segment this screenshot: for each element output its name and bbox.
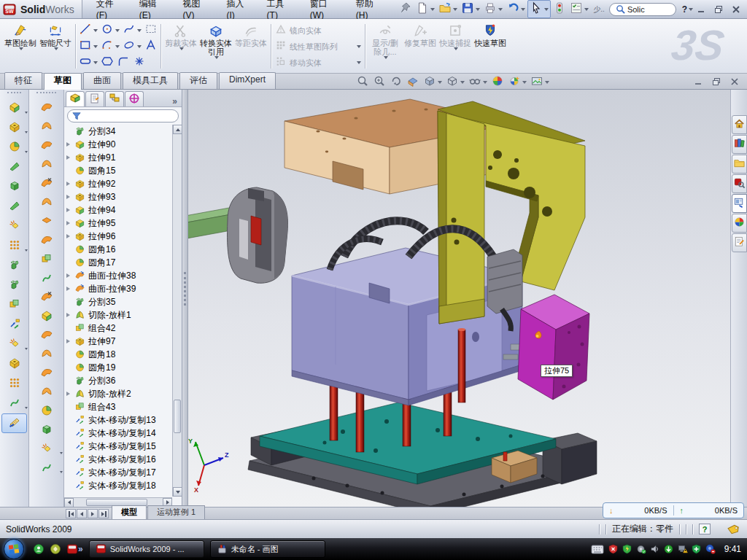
draft-button[interactable] bbox=[0, 197, 28, 217]
tree-vertical-scrollbar[interactable] bbox=[172, 125, 182, 497]
display-delete-relations-button[interactable]: 显示/删除几... bbox=[368, 21, 403, 71]
undo-button[interactable] bbox=[505, 1, 527, 18]
dropdown-caret-icon[interactable] bbox=[476, 8, 480, 11]
dropdown-caret-icon[interactable] bbox=[522, 81, 527, 84]
antivirus-tray-icon[interactable] bbox=[608, 544, 619, 554]
move-copy-body-button[interactable] bbox=[0, 315, 28, 335]
untrim-surface-button[interactable] bbox=[29, 383, 63, 402]
dropdown-caret-icon[interactable] bbox=[19, 47, 23, 50]
new-sketch-button[interactable] bbox=[0, 335, 28, 354]
surface-fillet-button[interactable] bbox=[29, 402, 63, 421]
expand-arrow-icon[interactable] bbox=[66, 273, 72, 278]
dropdown-caret-icon[interactable] bbox=[454, 47, 458, 50]
expand-arrow-icon[interactable] bbox=[66, 155, 72, 160]
expand-arrow-icon[interactable] bbox=[66, 313, 72, 317]
configurationmanager-tab[interactable] bbox=[105, 91, 124, 106]
dropdown-caret-icon[interactable] bbox=[137, 45, 142, 48]
edit-appearance-button[interactable] bbox=[491, 74, 504, 90]
dropdown-caret-icon[interactable] bbox=[137, 29, 142, 32]
ribbon-tab-评估[interactable]: 评估 bbox=[179, 72, 217, 89]
dropdown-caret-icon[interactable] bbox=[60, 452, 63, 454]
new-document-button[interactable] bbox=[414, 1, 436, 18]
doc-restore-button[interactable] bbox=[708, 75, 724, 88]
solidworks-search-tab[interactable] bbox=[732, 174, 747, 193]
print-button[interactable] bbox=[482, 1, 504, 18]
tree-item-body-move-copy-17[interactable]: 实体-移动/复制17 bbox=[66, 466, 172, 479]
tree-item-extrude-94[interactable]: 拉伸94 bbox=[66, 203, 172, 217]
tree-item-body-move-copy-16[interactable]: 实体-移动/复制16 bbox=[66, 453, 172, 466]
download-manager-tray-icon[interactable] bbox=[664, 544, 674, 554]
tree-item-extrude-91[interactable]: 拉伸91 bbox=[66, 151, 172, 164]
offset-surface-button[interactable] bbox=[29, 250, 63, 269]
options-checklist-button[interactable] bbox=[568, 1, 590, 18]
filled-surface-button[interactable] bbox=[29, 231, 63, 250]
instant3d-button[interactable] bbox=[1, 413, 27, 433]
graphics-viewport[interactable]: Y Z X 拉伸75 bbox=[188, 90, 730, 507]
dropdown-caret-icon[interactable] bbox=[25, 112, 28, 114]
search-box[interactable]: Solic bbox=[609, 3, 676, 16]
dropdown-caret-icon[interactable] bbox=[54, 47, 58, 50]
first-tab-button[interactable] bbox=[66, 509, 76, 518]
dropdown-caret-icon[interactable] bbox=[25, 407, 28, 409]
dropdown-caret-icon[interactable] bbox=[460, 81, 465, 84]
tree-item-fillet-19[interactable]: 圆角19 bbox=[66, 361, 172, 374]
plane-button[interactable] bbox=[0, 354, 28, 374]
dropdown-caret-icon[interactable] bbox=[25, 348, 28, 350]
expand-arrow-icon[interactable] bbox=[66, 287, 72, 291]
update-manager-tray-icon[interactable] bbox=[636, 544, 646, 554]
security-center-icon[interactable] bbox=[50, 543, 61, 555]
dropdown-caret-icon[interactable] bbox=[115, 29, 120, 32]
dropdown-caret-icon[interactable] bbox=[521, 8, 525, 11]
dropdown-caret-icon[interactable] bbox=[438, 81, 442, 84]
rebuild-button[interactable] bbox=[551, 1, 568, 18]
ruled-surface-button[interactable] bbox=[29, 326, 63, 345]
tree-item-extrude-93[interactable]: 拉伸93 bbox=[66, 190, 172, 203]
replace-face-button[interactable] bbox=[29, 307, 63, 326]
spline-button[interactable] bbox=[122, 23, 142, 38]
tree-item-extrude-90[interactable]: 拉伸90 bbox=[66, 138, 172, 151]
tree-vscroll-thumb[interactable] bbox=[174, 400, 181, 433]
propertymanager-tab[interactable] bbox=[85, 91, 104, 106]
linear-sketch-pattern-button[interactable]: 线性草图阵列 bbox=[274, 39, 363, 53]
tree-item-split-35[interactable]: 分割35 bbox=[66, 295, 172, 308]
selection-box-button[interactable] bbox=[144, 23, 158, 38]
model-tab-运动算例 1[interactable]: 运动算例 1 bbox=[147, 505, 205, 519]
extend-surface-button[interactable] bbox=[29, 193, 63, 212]
next-tab-button[interactable] bbox=[88, 509, 98, 518]
select-button[interactable] bbox=[527, 0, 551, 18]
dropdown-caret-icon[interactable] bbox=[179, 47, 184, 50]
model-olive-arm[interactable] bbox=[438, 111, 484, 324]
dropdown-caret-icon[interactable] bbox=[93, 45, 98, 48]
line-button[interactable] bbox=[78, 23, 98, 38]
toolbar-overflow[interactable]: 少.. bbox=[593, 4, 605, 15]
spline-tool-button[interactable] bbox=[0, 394, 28, 413]
circle-button[interactable] bbox=[100, 23, 120, 38]
expand-arrow-icon[interactable] bbox=[66, 234, 72, 238]
combine-bodies-button[interactable] bbox=[0, 295, 28, 315]
tree-item-extrude-96[interactable]: 拉伸96 bbox=[66, 230, 172, 243]
view-palette-tab[interactable] bbox=[732, 194, 747, 213]
dropdown-caret-icon[interactable] bbox=[25, 131, 28, 133]
split-body-button[interactable] bbox=[0, 276, 28, 295]
expand-arrow-icon[interactable] bbox=[66, 392, 72, 396]
taskbar-task-1[interactable]: 未命名 - 画图 bbox=[210, 540, 325, 558]
dropdown-caret-icon[interactable] bbox=[584, 8, 589, 11]
panel-tabs-overflow[interactable]: » bbox=[169, 96, 180, 106]
help-button[interactable]: ? bbox=[682, 4, 693, 15]
surface-sketch-button[interactable] bbox=[29, 440, 63, 459]
file-explorer-tab[interactable] bbox=[732, 155, 747, 174]
swept-surface-button[interactable] bbox=[29, 98, 63, 117]
thicken-button[interactable] bbox=[29, 345, 63, 364]
expand-arrow-icon[interactable] bbox=[66, 142, 72, 147]
dropdown-caret-icon[interactable] bbox=[25, 151, 28, 153]
ribbon-tab-曲面[interactable]: 曲面 bbox=[83, 72, 121, 89]
hide-show-items-button[interactable] bbox=[468, 74, 487, 90]
solidworks-resources-tab[interactable] bbox=[732, 115, 747, 134]
last-tab-button[interactable] bbox=[98, 509, 109, 518]
tree-item-fillet-17[interactable]: 圆角17 bbox=[66, 256, 172, 269]
tree-item-body-move-copy-13[interactable]: 实体-移动/复制13 bbox=[66, 413, 172, 427]
expand-arrow-icon[interactable] bbox=[66, 339, 72, 343]
rapid-sketch-button[interactable]: 快速草图 bbox=[473, 21, 508, 71]
chamfer-button[interactable] bbox=[0, 158, 28, 177]
doc-minimize-button[interactable] bbox=[690, 75, 706, 88]
